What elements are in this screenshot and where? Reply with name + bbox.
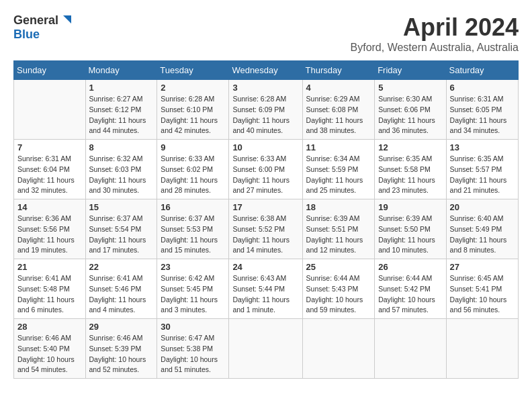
day-info: Sunrise: 6:37 AMSunset: 5:54 PMDaylight:…: [89, 214, 154, 256]
calendar-cell: 19Sunrise: 6:39 AMSunset: 5:50 PMDayligh…: [375, 199, 446, 259]
calendar-cell: 9Sunrise: 6:33 AMSunset: 6:02 PMDaylight…: [157, 140, 229, 199]
calendar-cell: 10Sunrise: 6:33 AMSunset: 6:00 PMDayligh…: [229, 140, 302, 199]
calendar-cell: 13Sunrise: 6:35 AMSunset: 5:57 PMDayligh…: [446, 140, 518, 199]
header-thursday: Thursday: [302, 61, 375, 80]
calendar-cell: [375, 319, 446, 379]
day-number: 11: [306, 142, 371, 152]
day-number: 10: [232, 142, 298, 152]
day-number: 13: [450, 142, 515, 152]
calendar-cell: 28Sunrise: 6:46 AMSunset: 5:40 PMDayligh…: [14, 319, 86, 379]
calendar-cell: 21Sunrise: 6:41 AMSunset: 5:48 PMDayligh…: [14, 259, 86, 319]
day-number: 19: [378, 202, 442, 212]
header-row: Sunday Monday Tuesday Wednesday Thursday…: [14, 61, 519, 80]
calendar-cell: 12Sunrise: 6:35 AMSunset: 5:58 PMDayligh…: [375, 140, 446, 199]
day-info: Sunrise: 6:41 AMSunset: 5:48 PMDaylight:…: [17, 273, 82, 316]
day-number: 30: [161, 322, 225, 332]
calendar-cell: 6Sunrise: 6:31 AMSunset: 6:05 PMDaylight…: [446, 80, 518, 140]
day-info: Sunrise: 6:34 AMSunset: 5:59 PMDaylight:…: [306, 154, 371, 196]
day-number: 18: [306, 202, 371, 212]
calendar-cell: 15Sunrise: 6:37 AMSunset: 5:54 PMDayligh…: [85, 199, 157, 259]
calendar-cell: 25Sunrise: 6:44 AMSunset: 5:43 PMDayligh…: [302, 259, 375, 319]
day-info: Sunrise: 6:40 AMSunset: 5:49 PMDaylight:…: [450, 214, 515, 256]
day-number: 14: [17, 202, 82, 212]
day-number: 5: [378, 83, 442, 93]
day-info: Sunrise: 6:36 AMSunset: 5:56 PMDaylight:…: [17, 214, 82, 256]
day-number: 27: [450, 262, 515, 272]
calendar-cell: [446, 319, 518, 379]
day-number: 29: [89, 322, 154, 332]
day-info: Sunrise: 6:47 AMSunset: 5:38 PMDaylight:…: [161, 333, 225, 375]
calendar-cell: 29Sunrise: 6:46 AMSunset: 5:39 PMDayligh…: [85, 319, 157, 379]
header-wednesday: Wednesday: [229, 61, 302, 80]
day-number: 6: [450, 83, 515, 93]
day-info: Sunrise: 6:45 AMSunset: 5:41 PMDaylight:…: [450, 273, 515, 316]
day-number: 16: [161, 202, 225, 212]
day-info: Sunrise: 6:43 AMSunset: 5:44 PMDaylight:…: [232, 273, 298, 316]
header-monday: Monday: [85, 61, 157, 80]
day-info: Sunrise: 6:31 AMSunset: 6:04 PMDaylight:…: [17, 154, 82, 196]
svg-marker-0: [63, 15, 71, 24]
header: General Blue April 2024 Byford, Western …: [13, 13, 519, 54]
logo-general: General: [13, 13, 58, 28]
calendar-cell: 11Sunrise: 6:34 AMSunset: 5:59 PMDayligh…: [302, 140, 375, 199]
calendar-cell: 27Sunrise: 6:45 AMSunset: 5:41 PMDayligh…: [446, 259, 518, 319]
calendar-cell: 30Sunrise: 6:47 AMSunset: 5:38 PMDayligh…: [157, 319, 229, 379]
day-info: Sunrise: 6:32 AMSunset: 6:03 PMDaylight:…: [89, 154, 154, 196]
calendar-cell: 5Sunrise: 6:30 AMSunset: 6:06 PMDaylight…: [375, 80, 446, 140]
day-info: Sunrise: 6:28 AMSunset: 6:09 PMDaylight:…: [232, 94, 298, 136]
week-row-1: 1Sunrise: 6:27 AMSunset: 6:12 PMDaylight…: [14, 80, 519, 140]
calendar-cell: 18Sunrise: 6:39 AMSunset: 5:51 PMDayligh…: [302, 199, 375, 259]
calendar-cell: 17Sunrise: 6:38 AMSunset: 5:52 PMDayligh…: [229, 199, 302, 259]
day-info: Sunrise: 6:39 AMSunset: 5:51 PMDaylight:…: [306, 214, 371, 256]
week-row-3: 14Sunrise: 6:36 AMSunset: 5:56 PMDayligh…: [14, 199, 519, 259]
day-number: 8: [89, 142, 154, 152]
day-number: 26: [378, 262, 442, 272]
day-info: Sunrise: 6:37 AMSunset: 5:53 PMDaylight:…: [161, 214, 225, 256]
calendar-cell: 7Sunrise: 6:31 AMSunset: 6:04 PMDaylight…: [14, 140, 86, 199]
calendar-cell: 14Sunrise: 6:36 AMSunset: 5:56 PMDayligh…: [14, 199, 86, 259]
day-info: Sunrise: 6:28 AMSunset: 6:10 PMDaylight:…: [161, 94, 225, 136]
calendar-cell: 23Sunrise: 6:42 AMSunset: 5:45 PMDayligh…: [157, 259, 229, 319]
calendar-body: 1Sunrise: 6:27 AMSunset: 6:12 PMDaylight…: [14, 80, 519, 379]
day-info: Sunrise: 6:42 AMSunset: 5:45 PMDaylight:…: [161, 273, 225, 316]
day-info: Sunrise: 6:44 AMSunset: 5:43 PMDaylight:…: [306, 273, 371, 316]
calendar-subtitle: Byford, Western Australia, Australia: [351, 42, 519, 54]
calendar-cell: 26Sunrise: 6:44 AMSunset: 5:42 PMDayligh…: [375, 259, 446, 319]
day-info: Sunrise: 6:44 AMSunset: 5:42 PMDaylight:…: [378, 273, 442, 316]
day-number: 20: [450, 202, 515, 212]
day-info: Sunrise: 6:46 AMSunset: 5:40 PMDaylight:…: [17, 333, 82, 375]
header-friday: Friday: [375, 61, 446, 80]
calendar-cell: 3Sunrise: 6:28 AMSunset: 6:09 PMDaylight…: [229, 80, 302, 140]
calendar-cell: [14, 80, 86, 140]
day-info: Sunrise: 6:29 AMSunset: 6:08 PMDaylight:…: [306, 94, 371, 136]
day-info: Sunrise: 6:35 AMSunset: 5:58 PMDaylight:…: [378, 154, 442, 196]
day-number: 9: [161, 142, 225, 152]
day-info: Sunrise: 6:33 AMSunset: 6:00 PMDaylight:…: [232, 154, 298, 196]
calendar-table: Sunday Monday Tuesday Wednesday Thursday…: [13, 60, 519, 379]
day-number: 24: [232, 262, 298, 272]
week-row-5: 28Sunrise: 6:46 AMSunset: 5:40 PMDayligh…: [14, 319, 519, 379]
day-info: Sunrise: 6:39 AMSunset: 5:50 PMDaylight:…: [378, 214, 442, 256]
calendar-cell: 24Sunrise: 6:43 AMSunset: 5:44 PMDayligh…: [229, 259, 302, 319]
header-tuesday: Tuesday: [157, 61, 229, 80]
day-number: 15: [89, 202, 154, 212]
day-number: 21: [17, 262, 82, 272]
calendar-cell: 16Sunrise: 6:37 AMSunset: 5:53 PMDayligh…: [157, 199, 229, 259]
day-number: 23: [161, 262, 225, 272]
calendar-cell: [302, 319, 375, 379]
header-sunday: Sunday: [14, 61, 86, 80]
day-info: Sunrise: 6:31 AMSunset: 6:05 PMDaylight:…: [450, 94, 515, 136]
day-info: Sunrise: 6:35 AMSunset: 5:57 PMDaylight:…: [450, 154, 515, 196]
calendar-title: April 2024: [351, 13, 519, 42]
day-info: Sunrise: 6:38 AMSunset: 5:52 PMDaylight:…: [232, 214, 298, 256]
day-number: 7: [17, 142, 82, 152]
logo-blue: Blue: [13, 28, 40, 41]
day-number: 25: [306, 262, 371, 272]
day-number: 1: [89, 83, 154, 93]
day-number: 4: [306, 83, 371, 93]
week-row-4: 21Sunrise: 6:41 AMSunset: 5:48 PMDayligh…: [14, 259, 519, 319]
day-number: 22: [89, 262, 154, 272]
calendar-cell: 1Sunrise: 6:27 AMSunset: 6:12 PMDaylight…: [85, 80, 157, 140]
calendar-cell: [229, 319, 302, 379]
day-info: Sunrise: 6:30 AMSunset: 6:06 PMDaylight:…: [378, 94, 442, 136]
